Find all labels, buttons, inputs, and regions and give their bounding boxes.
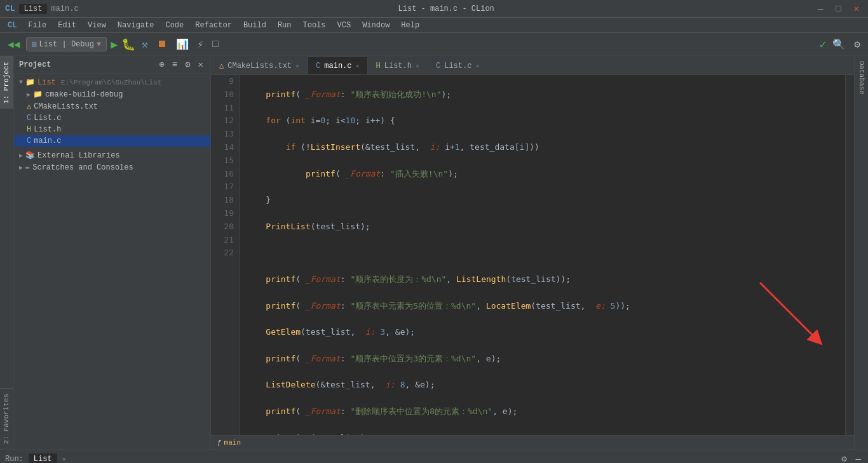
ln-15: 15 [211,154,234,168]
tab-listh[interactable]: H List.h ✕ [368,57,428,74]
code-line-14: PrintList(test_list); [246,220,839,234]
debug-button[interactable]: 🐛 [121,37,135,51]
menu-code[interactable]: Code [160,20,189,31]
side-tabs: 1: Project 2: Favorites [0,56,14,449]
tab-listh-close[interactable]: ✕ [416,62,419,70]
tab-listh-icon: H [376,62,381,70]
tab-mainc-close[interactable]: ✕ [356,62,360,70]
settings-btn[interactable]: ⚙ [851,37,863,52]
ln-14: 14 [211,141,234,154]
menu-edit[interactable]: Edit [53,20,81,31]
menubar: CL File Edit View Navigate Code Refactor… [0,18,868,33]
coverage-button[interactable]: 📊 [173,37,191,52]
editor-tabs: △ CMakeLists.txt ✕ C main.c ✕ H List.h ✕… [211,56,854,75]
run-config-selector[interactable]: ▤ List | Debug ▼ [26,37,107,51]
check-mark: ✓ [820,37,827,51]
menu-file[interactable]: File [23,20,51,31]
run-config-icon: ▤ [32,39,36,49]
menu-help[interactable]: Help [396,20,424,31]
tree-cmake-build-debug[interactable]: ▶ 📁 cmake-build-debug [14,88,210,100]
menu-cl[interactable]: CL [3,20,22,31]
cmake-build-arrow: ▶ [27,91,31,98]
ext-libs-arrow: ▶ [19,152,23,159]
menu-tools[interactable]: Tools [298,20,331,31]
maximize-button[interactable]: □ [832,3,844,15]
tree-cmakelists[interactable]: △ CMakeLists.txt [14,100,210,112]
search-everywhere-btn[interactable]: 🔍 [830,37,848,52]
build-button[interactable]: ⚒ [139,37,151,52]
tab-mainc[interactable]: C main.c ✕ [308,57,367,74]
main-c-label: main.c [34,137,61,145]
favorites-side-tab[interactable]: 2: Favorites [0,388,13,449]
titlebar-center: List - main.c - CLion [398,4,494,13]
tree-main-c[interactable]: C main.c [14,135,210,147]
tree-external-libs[interactable]: ▶ 📚 External Libraries [14,149,210,161]
tab-cmakelists-label: CMakeLists.txt [227,62,292,70]
code-line-19: printf( _Format: "顺序表中位置为3的元素：%d\n", e); [246,352,839,366]
close-button[interactable]: ✕ [850,2,863,15]
layout-button[interactable]: □ [210,37,221,51]
ln-21: 21 [211,234,234,247]
tab-cmakelists[interactable]: △ CMakeLists.txt ✕ [211,57,308,74]
run-header: Run: List ✕ ⚙ — [0,450,868,463]
ext-libs-icon: 📚 [25,151,35,160]
code-editor[interactable]: 9 10 11 12 13 14 15 16 17 18 19 20 21 22… [211,75,845,435]
tab-listc[interactable]: C List.c ✕ [428,57,487,74]
run-header-label: Run: [5,455,24,464]
ln-9: 9 [211,75,234,88]
main-layout: 1: Project 2: Favorites Project ⊕ ≡ ⚙ ✕ … [0,56,868,449]
minimize-button[interactable]: — [814,3,827,15]
code-content[interactable]: printf( _Format: "顺序表初始化成功!\n"); for (in… [240,75,845,435]
project-panel: Project ⊕ ≡ ⚙ ✕ ▼ 📁 List E:\Program\C\Su… [14,56,211,449]
tree-list-c[interactable]: C List.c [14,112,210,124]
breadcrumb-fn[interactable]: main [224,439,241,446]
editor-area: △ CMakeLists.txt ✕ C main.c ✕ H List.h ✕… [211,56,854,449]
toolbar-back-btn[interactable]: ◀◀ [5,37,22,52]
ln-19: 19 [211,207,234,220]
ln-16: 16 [211,168,234,181]
scratches-arrow: ▶ [19,164,23,171]
toolbar-left: ◀◀ ▤ List | Debug ▼ ▶ 🐛 ⚒ ⏹ 📊 ⚡ □ [5,37,221,52]
run-settings-btn[interactable]: ⚙ [839,453,848,463]
run-tab-close[interactable]: ✕ [62,455,66,463]
list-c-icon: C [27,114,31,123]
project-settings-btn[interactable]: ⚙ [183,58,192,70]
profile-button[interactable]: ⚡ [195,37,207,52]
project-header: Project ⊕ ≡ ⚙ ✕ [14,56,210,74]
menu-view[interactable]: View [83,20,111,31]
menu-navigate[interactable]: Navigate [112,20,159,31]
ln-12: 12 [211,114,234,128]
run-minimize-btn[interactable]: — [854,453,863,464]
code-line-20: ListDelete(&test_list, i: 8, &e); [246,379,839,392]
tree-list-h[interactable]: H List.h [14,124,210,135]
tree-scratches[interactable]: ▶ ✏ Scratches and Consoles [14,161,210,173]
database-tab[interactable]: Database [855,56,868,100]
tab-listc-icon: C [436,62,440,70]
cmake-build-icon: 📁 [33,90,43,99]
run-list-tab[interactable]: List [29,453,57,464]
menu-run[interactable]: Run [273,20,297,31]
code-line-16: printf( _Format: "顺序表的长度为：%d\n", ListLen… [246,273,839,286]
menu-refactor[interactable]: Refactor [190,20,237,31]
code-line-13: } [246,194,839,207]
run-button[interactable]: ▶ [111,37,118,51]
menu-window[interactable]: Window [357,20,395,31]
breadcrumb-fn-icon: ƒ [217,439,222,446]
project-side-tab[interactable]: 1: Project [0,56,13,109]
project-collapse-btn[interactable]: ≡ [170,59,179,70]
project-close-btn[interactable]: ✕ [196,58,205,70]
stop-button[interactable]: ⏹ [154,37,170,51]
project-add-btn[interactable]: ⊕ [157,58,166,70]
run-panel: Run: List ✕ ⚙ — ▶ ⏹ ↺ ⇌ 📌 🖨 🗑 楍呔篓紲鵺楍暴鋒幕礵… [0,449,868,463]
tab-cmakelists-close[interactable]: ✕ [295,62,299,70]
tab-listc-close[interactable]: ✕ [475,62,479,70]
root-label: List [37,78,56,87]
scratches-icon: ✏ [25,163,30,172]
menu-build[interactable]: Build [238,20,271,31]
menu-vcs[interactable]: VCS [332,20,356,31]
tree-root[interactable]: ▼ 📁 List E:\Program\C\SuZhou\List [14,76,210,88]
project-title: Project [19,60,153,69]
titlebar: CL List main.c List - main.c - CLion — □… [0,0,868,18]
run-config-label: List | Debug [39,40,94,49]
titlebar-tab[interactable]: List [19,4,48,14]
